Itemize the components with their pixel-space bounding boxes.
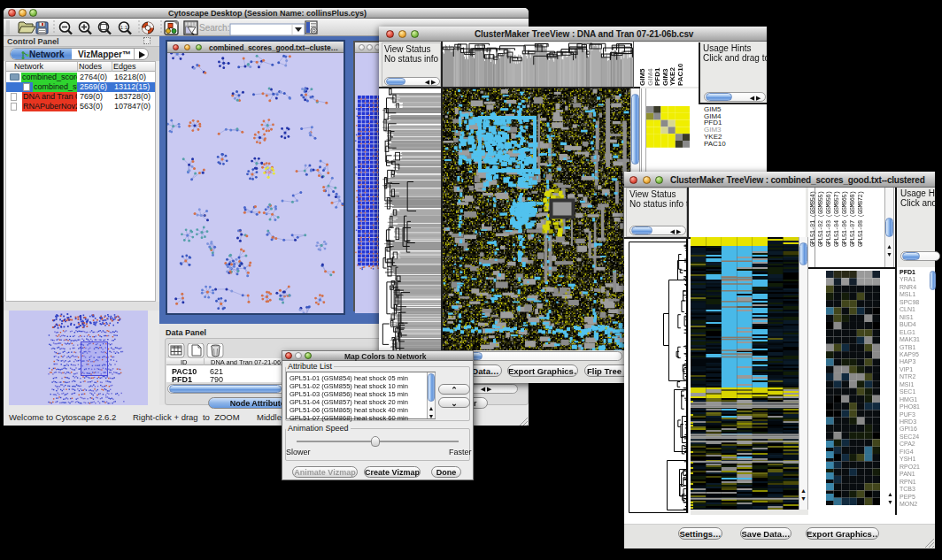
svg-text:Search:: Search: — [199, 23, 229, 33]
svg-text:1:1: 1:1 — [120, 25, 128, 30]
